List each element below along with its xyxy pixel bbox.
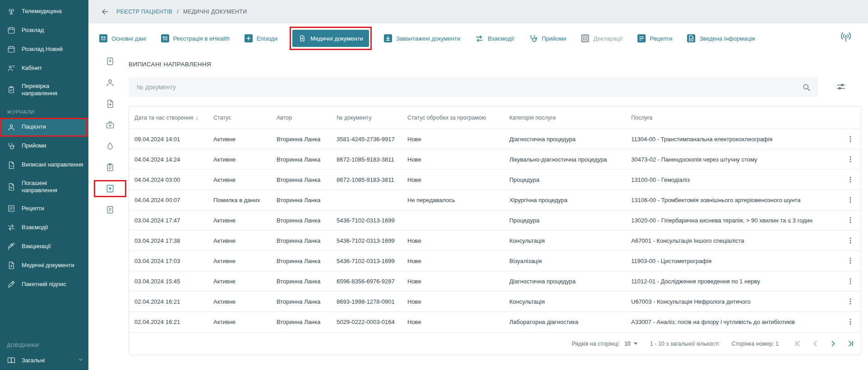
cell-service: 13020-00 - Гіпербарична киснева терапія,… bbox=[631, 217, 840, 224]
stethoscope-icon bbox=[529, 34, 538, 43]
tab-main-data[interactable]: Основні дані bbox=[99, 34, 146, 42]
cell-date: 04.04.2024 03:00 bbox=[134, 176, 213, 183]
col-header-status[interactable]: Статус bbox=[213, 115, 277, 121]
search-icon[interactable] bbox=[802, 83, 811, 92]
sidebar-item-label: Рецепти bbox=[22, 205, 44, 212]
search-row bbox=[129, 77, 861, 97]
table-row[interactable]: 02.04.2024 16:21 Активне Вторинна Ланка … bbox=[129, 291, 861, 311]
sidebar-item-prescriptions[interactable]: Рецепти bbox=[0, 199, 88, 218]
cell-category: Процедура bbox=[509, 176, 631, 183]
sidebar-item-appointments[interactable]: Прийоми bbox=[0, 137, 88, 156]
tab-ehealth-registration[interactable]: Реєстрація в eHealth bbox=[161, 34, 230, 42]
cell-author: Вторинна Ланка bbox=[277, 217, 337, 224]
sidebar-item-label: Взаємодії bbox=[22, 224, 48, 231]
row-menu-button[interactable] bbox=[840, 318, 861, 325]
patient-icon[interactable] bbox=[100, 78, 120, 87]
table-row[interactable]: 03.04.2024 17:47 Активне Вторинна Ланка … bbox=[129, 210, 861, 230]
filter-icon[interactable] bbox=[836, 82, 846, 92]
sidebar-item-medical-documents[interactable]: Медичні документи bbox=[0, 256, 88, 275]
cell-service: A67001 - Консультація Іншого спеціаліста bbox=[631, 237, 840, 244]
tab-medical-documents[interactable]: Медичні документи bbox=[292, 30, 369, 47]
tab-prescriptions[interactable]: Рецепти bbox=[637, 34, 672, 42]
row-menu-button[interactable] bbox=[840, 278, 861, 285]
row-menu-button[interactable] bbox=[840, 237, 861, 244]
document-add-icon[interactable] bbox=[100, 99, 120, 108]
next-page-button[interactable] bbox=[829, 340, 837, 347]
sidebar-item-interactions[interactable]: Взаємодії bbox=[0, 218, 88, 237]
tab-declarations[interactable]: Декларації bbox=[581, 34, 623, 42]
row-menu-button[interactable] bbox=[840, 196, 861, 204]
sidebar-item-label: Загальні bbox=[22, 357, 45, 364]
sidebar-item-general[interactable]: Загальні bbox=[0, 351, 88, 370]
cell-date: 02.04.2024 16:21 bbox=[134, 298, 213, 305]
sidebar-item-label: Кабінет bbox=[22, 65, 42, 72]
tab-summary-info[interactable]: Зведена інформація bbox=[687, 34, 755, 42]
table-row[interactable]: 04.04.2024 03:00 Активне Вторинна Ланка … bbox=[129, 169, 861, 190]
cell-status: Активне bbox=[213, 278, 277, 285]
cell-doc-number: 5436-7102-0313-1699 bbox=[337, 258, 407, 264]
sidebar-item-vaccinations[interactable]: Вакцинації bbox=[0, 237, 88, 256]
table-row[interactable]: 04.04.2024 14:24 Активне Вторинна Ланка … bbox=[129, 149, 861, 169]
row-menu-button[interactable] bbox=[840, 257, 861, 264]
sort-desc-icon[interactable]: ↓ bbox=[195, 114, 199, 121]
col-header-doc-number[interactable]: № документу bbox=[337, 115, 407, 121]
back-button[interactable] bbox=[101, 7, 110, 16]
sidebar-item-telemedicine[interactable]: Телемедицина bbox=[0, 2, 88, 21]
calendar-icon bbox=[7, 26, 16, 35]
table-row[interactable]: 03.04.2024 17:03 Активне Вторинна Ланка … bbox=[129, 250, 861, 271]
row-menu-button[interactable] bbox=[840, 298, 861, 305]
tab-appointments[interactable]: Прийоми bbox=[529, 34, 567, 43]
col-header-author[interactable]: Автор bbox=[277, 115, 337, 121]
table-row[interactable]: 03.04.2024 17:38 Активне Вторинна Ланка … bbox=[129, 230, 861, 250]
signal-icon[interactable] bbox=[840, 32, 857, 45]
table-row[interactable]: 09.04.2024 14:01 Активне Вторинна Ланка … bbox=[129, 129, 861, 149]
row-menu-button[interactable] bbox=[840, 156, 861, 163]
cell-status: Активне bbox=[213, 298, 277, 305]
sidebar-item-referral-check[interactable]: Перевірка направлення bbox=[0, 78, 88, 102]
vaccination-card-icon[interactable] bbox=[100, 57, 120, 66]
hospital-bag-icon[interactable] bbox=[100, 120, 120, 130]
search-input[interactable] bbox=[136, 83, 802, 91]
caret-down-icon bbox=[634, 342, 637, 345]
sidebar-item-schedule-new[interactable]: Розклад Новий bbox=[0, 40, 88, 59]
row-menu-button[interactable] bbox=[840, 217, 861, 224]
breadcrumb-patient-registry[interactable]: РЕЄСТР ПАЦІЄНТІВ bbox=[116, 9, 172, 15]
row-menu-button[interactable] bbox=[840, 176, 861, 183]
first-page-button[interactable] bbox=[794, 340, 802, 347]
row-menu-button[interactable] bbox=[840, 135, 861, 143]
app-root: Телемедицина Розклад Розклад Новий Кабін… bbox=[0, 0, 868, 370]
sidebar-item-issued-referrals[interactable]: Виписані направлення bbox=[0, 156, 88, 175]
tab-uploaded-documents[interactable]: Завантажені документи bbox=[384, 34, 460, 42]
last-page-button[interactable] bbox=[847, 340, 854, 347]
prev-page-button[interactable] bbox=[812, 340, 819, 347]
notes-icon[interactable] bbox=[100, 205, 120, 214]
sidebar-item-label: Медичні документи bbox=[22, 262, 74, 269]
sidebar-item-redeemed-referrals[interactable]: Погашені направлення bbox=[0, 175, 88, 199]
table-row[interactable]: 02.04.2024 16:21 Активне Вторинна Ланка … bbox=[129, 311, 861, 332]
id-card-icon bbox=[99, 34, 107, 42]
tab-episodes[interactable]: Епізоди bbox=[245, 34, 277, 42]
tab-interactions[interactable]: Взаємодії bbox=[475, 34, 514, 43]
clipboard-list-icon[interactable] bbox=[100, 163, 120, 172]
content-area: Основні дані Реєстрація в eHealth Епізод… bbox=[88, 23, 868, 370]
referral-card-icon[interactable] bbox=[100, 184, 120, 193]
col-header-category[interactable]: Категорія послуги bbox=[509, 115, 631, 121]
col-header-processing-status[interactable]: Статус обробки за програмою bbox=[407, 115, 509, 121]
rows-per-page-select[interactable]: 10 bbox=[624, 341, 637, 347]
col-header-service[interactable]: Послуга bbox=[631, 115, 840, 121]
sidebar-item-cabinet[interactable]: Кабінет bbox=[0, 59, 88, 78]
arrow-left-icon bbox=[101, 7, 110, 16]
lab-drop-icon[interactable] bbox=[100, 142, 120, 151]
sidebar-item-label: Розклад Новий bbox=[22, 46, 63, 53]
sidebar-item-batch-signature[interactable]: Пакетний підпис bbox=[0, 275, 88, 294]
breadcrumb: РЕЄСТР ПАЦІЄНТІВ / МЕДИЧНІ ДОКУМЕНТИ bbox=[116, 9, 247, 15]
sidebar-item-patients[interactable]: Пацієнти bbox=[0, 118, 88, 137]
sidebar: Телемедицина Розклад Розклад Новий Кабін… bbox=[0, 0, 88, 370]
cell-doc-number: 5436-7102-0313-1699 bbox=[337, 237, 407, 244]
cell-doc-number: 8672-1085-9183-3811 bbox=[337, 176, 407, 183]
table-row[interactable]: 03.04.2024 15:45 Активне Вторинна Ланка … bbox=[129, 271, 861, 291]
table-row[interactable]: 04.04.2024 00:07 Помилка в даних Вторинн… bbox=[129, 190, 861, 210]
cell-date: 04.04.2024 14:24 bbox=[134, 156, 213, 163]
col-header-date[interactable]: Дата та час створення ↓ bbox=[134, 114, 213, 121]
sidebar-item-schedule[interactable]: Розклад bbox=[0, 21, 88, 40]
